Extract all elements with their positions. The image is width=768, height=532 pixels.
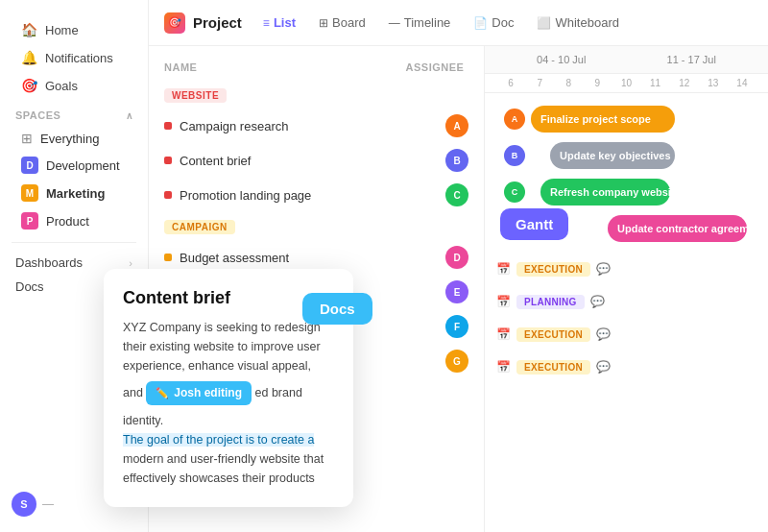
avatar: E <box>445 280 468 303</box>
whiteboard-icon: ⬜ <box>537 16 551 30</box>
avatar: F <box>445 315 468 338</box>
docs-floating-label: Docs <box>302 293 372 325</box>
gantt-row: C Refresh company website <box>492 174 760 210</box>
avatar: D <box>445 246 468 269</box>
gantt-bar-contractor[interactable]: Update contractor agreement <box>608 215 747 242</box>
task-name: Content brief <box>180 154 438 168</box>
gantt-day: 7 <box>525 78 554 88</box>
dashboards-label: Dashboards <box>15 255 83 270</box>
comment-icon: 💬 <box>590 295 605 308</box>
task-row[interactable]: Content brief B <box>149 143 484 178</box>
sidebar-item-development[interactable]: D Development <box>6 152 142 179</box>
gantt-day: 11 <box>641 78 670 88</box>
task-name: Campaign research <box>180 119 438 133</box>
gantt-week-1: 04 - 10 Jul <box>496 54 627 65</box>
tab-doc[interactable]: 📄 Doc <box>464 12 523 34</box>
status-badge: EXECUTION <box>516 262 590 277</box>
comment-icon: 💬 <box>596 327 611 341</box>
space-prod-label: Product <box>46 214 89 229</box>
avatar: G <box>445 350 468 373</box>
avatar: B <box>445 149 468 172</box>
gantt-avatar: B <box>504 145 525 166</box>
task-dot <box>164 191 172 199</box>
avatar: S <box>12 492 36 517</box>
status-badge: PLANNING <box>516 295 585 309</box>
tab-whiteboard[interactable]: ⬜ Whiteboard <box>527 12 628 34</box>
gantt-bar-update-key[interactable]: Update key objectives <box>550 142 675 169</box>
gantt-right-row: 📅 PLANNING 💬 <box>492 285 760 318</box>
gantt-day: 12 <box>670 78 699 88</box>
board-icon: ⊞ <box>319 16 328 30</box>
gantt-tooltip: Gantt <box>500 208 568 240</box>
task-name: Promotion landing page <box>180 188 438 203</box>
col-name-header: NAME <box>164 61 401 73</box>
avatar: C <box>445 183 468 206</box>
project-title: Project <box>193 14 242 31</box>
task-row[interactable]: Promotion landing page C <box>149 178 484 212</box>
task-row[interactable]: Campaign research A <box>149 109 484 143</box>
gantt-days: 6 7 8 9 10 11 12 13 14 <box>485 74 768 93</box>
sidebar-item-marketing[interactable]: M Marketing <box>6 180 142 206</box>
calendar-icon: 📅 <box>496 262 511 276</box>
task-name: Budget assessment <box>180 251 438 265</box>
edit-icon: ✏️ <box>156 385 169 402</box>
mkt-dot: M <box>21 184 38 202</box>
everything-icon: ⊞ <box>21 131 33 146</box>
calendar-icon: 📅 <box>496 327 511 341</box>
timeline-icon: — <box>389 16 400 30</box>
user-menu-icon: — <box>42 497 54 511</box>
user-profile[interactable]: S — <box>12 492 54 517</box>
sidebar-item-notifications-label: Notifications <box>45 51 113 65</box>
doc-icon: 📄 <box>473 16 488 30</box>
editing-user-label: Josh editing <box>174 384 242 402</box>
sidebar-item-home[interactable]: 🏠 Home <box>6 16 142 43</box>
gantt-day: 14 <box>728 78 756 88</box>
gantt-avatar: C <box>504 181 525 203</box>
sidebar-item-everything[interactable]: ⊞ Everything <box>6 126 142 151</box>
gantt-avatar: A <box>504 109 525 130</box>
gantt-row: B Update key objectives <box>492 137 760 174</box>
home-icon: 🏠 <box>21 22 37 37</box>
dev-dot: D <box>21 157 38 174</box>
spaces-chevron[interactable]: ∧ <box>126 110 133 121</box>
divider <box>12 242 136 243</box>
gantt-day: 10 <box>612 78 640 88</box>
gantt-day: 8 <box>554 78 583 88</box>
gantt-bar-refresh[interactable]: Refresh company website <box>540 179 670 206</box>
gantt-day: 9 <box>583 78 612 88</box>
gantt-bars: A Finalize project scope B Update key ob… <box>485 93 768 391</box>
gantt-bar-finalize[interactable]: Finalize project scope <box>531 106 675 133</box>
section-website: WEBSITE <box>164 88 227 103</box>
sidebar-item-product[interactable]: P Product <box>6 207 142 234</box>
sidebar-item-notifications[interactable]: 🔔 Notifications <box>6 44 142 71</box>
gantt-status-rows: 📅 EXECUTION 💬 📅 PLANNING 💬 📅 EXECUTION 💬 <box>492 253 760 383</box>
prod-dot: P <box>21 212 38 230</box>
gantt-row: D Gantt Update contractor agreement <box>492 210 760 247</box>
docs-label: Docs <box>15 279 44 294</box>
tab-timeline[interactable]: — Timeline <box>379 12 461 34</box>
gantt-day: 13 <box>699 78 728 88</box>
gantt-right-row: 📅 EXECUTION 💬 <box>492 318 760 351</box>
column-headers: NAME ASSIGNEE <box>149 58 484 81</box>
space-dev-label: Development <box>46 158 120 173</box>
project-icon: 🎯 <box>164 12 185 34</box>
dashboards-chevron: › <box>129 257 132 269</box>
gantt-header: 04 - 10 Jul 11 - 17 Jul <box>485 46 768 74</box>
list-icon: ≡ <box>263 16 270 30</box>
space-mkt-label: Marketing <box>46 186 105 201</box>
gantt-panel: 04 - 10 Jul 11 - 17 Jul 6 7 8 9 10 11 12… <box>485 46 768 532</box>
calendar-icon: 📅 <box>496 295 511 308</box>
tab-board[interactable]: ⊞ Board <box>309 12 375 34</box>
col-assignee-header: ASSIGNEE <box>401 61 468 73</box>
gantt-row: A Finalize project scope <box>492 101 760 137</box>
sidebar-item-goals-label: Goals <box>45 79 78 93</box>
spaces-section-label: Spaces ∧ <box>0 100 148 125</box>
calendar-icon: 📅 <box>496 360 511 374</box>
sidebar-item-goals[interactable]: 🎯 Goals <box>6 72 142 99</box>
status-badge: EXECUTION <box>516 360 590 375</box>
gantt-day: 6 <box>496 78 525 88</box>
tab-list[interactable]: ≡ List <box>253 12 305 34</box>
comment-icon: 💬 <box>596 360 611 374</box>
avatar: A <box>445 114 468 137</box>
task-dot <box>164 122 172 130</box>
